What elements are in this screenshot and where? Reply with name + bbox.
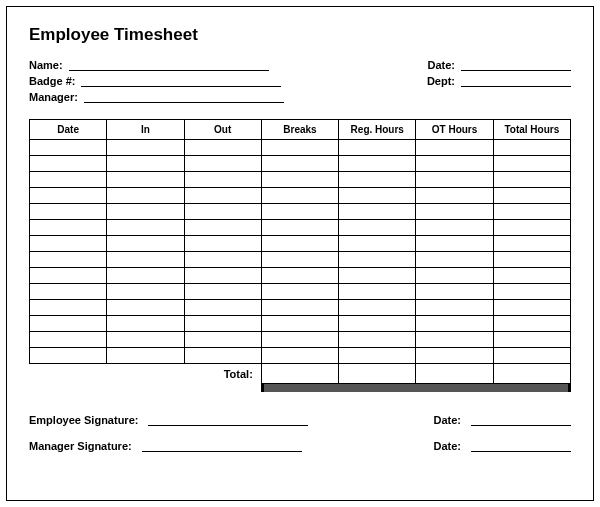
cell[interactable] [30,236,107,252]
cell[interactable] [107,316,184,332]
cell[interactable] [107,252,184,268]
cell[interactable] [493,204,570,220]
cell[interactable] [184,140,261,156]
cell[interactable] [339,268,416,284]
cell[interactable] [107,268,184,284]
cell[interactable] [107,188,184,204]
cell[interactable] [184,300,261,316]
cell[interactable] [261,188,338,204]
total-hours-cell[interactable] [493,364,570,384]
cell[interactable] [30,300,107,316]
cell[interactable] [107,140,184,156]
cell[interactable] [261,236,338,252]
cell[interactable] [416,140,493,156]
cell[interactable] [416,348,493,364]
cell[interactable] [30,268,107,284]
cell[interactable] [493,348,570,364]
cell[interactable] [184,172,261,188]
name-field[interactable] [69,59,269,71]
cell[interactable] [30,156,107,172]
cell[interactable] [493,188,570,204]
employee-signature-field[interactable] [148,414,308,426]
cell[interactable] [184,348,261,364]
cell[interactable] [339,172,416,188]
cell[interactable] [339,252,416,268]
cell[interactable] [493,300,570,316]
cell[interactable] [30,332,107,348]
cell[interactable] [339,284,416,300]
cell[interactable] [493,220,570,236]
cell[interactable] [261,220,338,236]
cell[interactable] [30,348,107,364]
cell[interactable] [493,284,570,300]
manager-field[interactable] [84,91,284,103]
date-field[interactable] [461,59,571,71]
cell[interactable] [184,220,261,236]
cell[interactable] [416,316,493,332]
cell[interactable] [184,332,261,348]
cell[interactable] [493,156,570,172]
cell[interactable] [184,252,261,268]
cell[interactable] [30,252,107,268]
cell[interactable] [493,252,570,268]
cell[interactable] [339,332,416,348]
cell[interactable] [416,284,493,300]
cell[interactable] [493,236,570,252]
manager-signature-field[interactable] [142,440,302,452]
cell[interactable] [107,156,184,172]
cell[interactable] [339,204,416,220]
cell[interactable] [107,284,184,300]
cell[interactable] [184,236,261,252]
cell[interactable] [416,300,493,316]
cell[interactable] [30,316,107,332]
cell[interactable] [493,332,570,348]
cell[interactable] [30,220,107,236]
dept-field[interactable] [461,75,571,87]
cell[interactable] [416,220,493,236]
badge-field[interactable] [81,75,281,87]
cell[interactable] [184,316,261,332]
manager-sig-date-field[interactable] [471,440,571,452]
cell[interactable] [184,204,261,220]
cell[interactable] [184,284,261,300]
cell[interactable] [184,188,261,204]
cell[interactable] [261,140,338,156]
cell[interactable] [107,300,184,316]
cell[interactable] [261,316,338,332]
employee-sig-date-field[interactable] [471,414,571,426]
cell[interactable] [261,332,338,348]
cell[interactable] [261,300,338,316]
total-reg-cell[interactable] [339,364,416,384]
cell[interactable] [184,156,261,172]
cell[interactable] [107,172,184,188]
cell[interactable] [493,172,570,188]
cell[interactable] [416,268,493,284]
cell[interactable] [30,204,107,220]
cell[interactable] [261,172,338,188]
cell[interactable] [30,140,107,156]
cell[interactable] [261,268,338,284]
cell[interactable] [416,188,493,204]
cell[interactable] [30,188,107,204]
cell[interactable] [261,156,338,172]
cell[interactable] [261,252,338,268]
cell[interactable] [261,348,338,364]
cell[interactable] [493,316,570,332]
cell[interactable] [107,348,184,364]
cell[interactable] [107,204,184,220]
cell[interactable] [416,236,493,252]
cell[interactable] [339,220,416,236]
cell[interactable] [261,284,338,300]
cell[interactable] [30,284,107,300]
cell[interactable] [339,348,416,364]
cell[interactable] [339,300,416,316]
cell[interactable] [339,140,416,156]
cell[interactable] [30,172,107,188]
cell[interactable] [107,236,184,252]
cell[interactable] [493,140,570,156]
cell[interactable] [184,268,261,284]
cell[interactable] [416,252,493,268]
cell[interactable] [416,204,493,220]
cell[interactable] [107,220,184,236]
cell[interactable] [416,156,493,172]
